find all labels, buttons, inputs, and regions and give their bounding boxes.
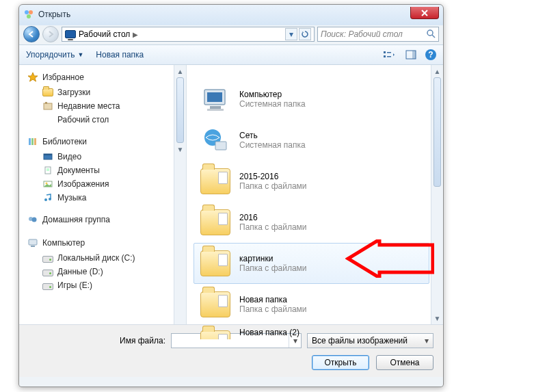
sidebar-item-desktop[interactable]: Рабочий стол [22, 113, 183, 127]
breadcrumb-location[interactable]: Рабочий стол [79, 29, 130, 39]
open-button[interactable]: Открыть [312, 355, 369, 370]
scroll-down-icon[interactable]: ▼ [431, 312, 443, 324]
svg-rect-5 [384, 51, 386, 53]
sidebar-homegroup[interactable]: Домашняя группа [22, 211, 183, 228]
folder-icon [200, 66, 231, 78]
preview-pane-button[interactable] [403, 47, 418, 62]
sidebar-item-music[interactable]: Музыка [22, 191, 183, 205]
sidebar-item-pictures[interactable]: Изображения [22, 177, 183, 191]
recent-places-icon [42, 101, 53, 112]
sidebar-computer[interactable]: Компьютер [22, 235, 183, 251]
navigation-pane: Избранное Загрузки Недавние места Рабочи… [19, 65, 187, 324]
desktop-icon [65, 30, 76, 38]
sidebar-item-drive-e[interactable]: Игры (E:) [22, 278, 183, 292]
svg-rect-30 [207, 92, 222, 102]
sidebar-scrollbar[interactable]: ▲ ▼ [174, 65, 186, 324]
sidebar-item-recent[interactable]: Недавние места [22, 99, 183, 113]
list-item[interactable]: Новая папкаПапка с файлами [194, 284, 429, 325]
list-item[interactable]: картинкиПапка с файлами [194, 243, 429, 284]
folder-icon [200, 289, 231, 320]
sidebar-item-label: Загрузки [57, 88, 90, 97]
svg-rect-27 [29, 239, 37, 245]
nav-forward-button[interactable] [42, 26, 59, 42]
folder-icon [200, 248, 231, 279]
folder-icon [200, 207, 231, 238]
sidebar-favorites[interactable]: Избранное [22, 69, 183, 86]
star-icon [27, 72, 38, 83]
svg-rect-15 [34, 138, 36, 145]
item-name: Компьютер [239, 90, 306, 99]
nav-back-button[interactable] [23, 26, 40, 42]
sidebar-item-drive-c[interactable]: Локальный диск (C:) [22, 251, 183, 265]
window-title: Открыть [38, 10, 410, 19]
organize-button[interactable]: Упорядочить [26, 50, 75, 60]
drive-icon [42, 252, 53, 263]
svg-rect-32 [207, 109, 224, 111]
scroll-up-icon[interactable]: ▲ [174, 65, 186, 77]
refresh-button[interactable] [299, 28, 311, 40]
list-item[interactable]: СетьСистемная папка [194, 120, 429, 161]
item-subtitle: Папка с файлами [239, 222, 307, 232]
sidebar-item-drive-d[interactable]: Данные (D:) [22, 265, 183, 278]
address-dropdown-button[interactable]: ▾ [285, 28, 297, 40]
sidebar-label: Библиотеки [42, 137, 87, 146]
sidebar-item-label: Данные (D:) [57, 267, 103, 276]
downloads-icon [42, 87, 53, 98]
sidebar-label: Домашняя группа [42, 215, 110, 224]
sidebar-label: Компьютер [42, 238, 85, 248]
search-input[interactable]: Поиск: Рабочий стол [317, 27, 439, 42]
nav-bar: Рабочий стол ▶ ▾ Поиск: Рабочий стол [19, 24, 443, 44]
item-name: Новая папка [239, 295, 307, 304]
chevron-down-icon[interactable]: ▼ [77, 51, 83, 58]
svg-point-26 [32, 218, 37, 222]
item-subtitle: Системная папка [239, 140, 306, 150]
main-scrollbar[interactable]: ▲ ▼ [431, 65, 443, 324]
svg-rect-31 [210, 106, 221, 109]
svg-point-24 [49, 198, 51, 200]
scroll-up-icon[interactable]: ▲ [431, 65, 443, 77]
view-options-button[interactable] [382, 47, 397, 62]
list-item[interactable]: Новая папка (2) [194, 325, 429, 340]
sidebar-item-label: Документы [57, 166, 100, 175]
cancel-button[interactable]: Отмена [376, 355, 433, 370]
list-item[interactable]: КомпьютерСистемная папка [194, 79, 429, 120]
svg-rect-13 [29, 138, 31, 145]
chevron-right-icon[interactable]: ▶ [133, 31, 138, 38]
item-subtitle: Папка с файлами [239, 304, 307, 314]
search-icon [426, 29, 436, 40]
music-icon [42, 192, 53, 203]
search-placeholder: Поиск: Рабочий стол [321, 29, 403, 39]
titlebar: Открыть [19, 5, 443, 24]
help-button[interactable]: ? [425, 49, 436, 60]
close-button[interactable] [410, 7, 439, 19]
scroll-down-icon[interactable]: ▼ [174, 143, 186, 155]
file-list: КомпьютерСистемная папкаСетьСистемная па… [187, 65, 443, 324]
list-item[interactable]: 2015-2016Папка с файлами [194, 161, 429, 202]
network-icon [200, 125, 231, 156]
sidebar-item-documents[interactable]: Документы [22, 164, 183, 177]
svg-rect-6 [384, 55, 386, 57]
new-folder-button[interactable]: Новая папка [96, 50, 144, 60]
sidebar-item-videos[interactable]: Видео [22, 150, 183, 164]
svg-rect-34 [215, 142, 226, 150]
address-bar[interactable]: Рабочий стол ▶ ▾ [62, 27, 315, 42]
scrollbar-thumb[interactable] [176, 77, 184, 143]
svg-rect-11 [44, 103, 52, 109]
item-subtitle: Папка с файлами [239, 263, 307, 273]
sidebar-item-downloads[interactable]: Загрузки [22, 86, 183, 99]
item-name: Сеть [239, 131, 306, 140]
svg-point-3 [427, 30, 433, 36]
svg-rect-10 [412, 51, 416, 59]
svg-rect-28 [31, 246, 35, 247]
list-item[interactable] [194, 66, 429, 79]
sidebar-item-label: Видео [57, 152, 81, 161]
scrollbar-thumb[interactable] [433, 77, 441, 187]
sidebar-libraries[interactable]: Библиотеки [22, 133, 183, 150]
open-dialog: Открыть Рабочий стол ▶ ▾ Поиск: Рабочий … [18, 4, 444, 387]
item-name: 2015-2016 [239, 172, 307, 181]
svg-point-1 [29, 10, 33, 14]
sidebar-item-label: Игры (E:) [57, 280, 92, 290]
app-icon [23, 9, 34, 20]
list-item[interactable]: 2016Папка с файлами [194, 202, 429, 243]
svg-rect-14 [31, 138, 34, 145]
